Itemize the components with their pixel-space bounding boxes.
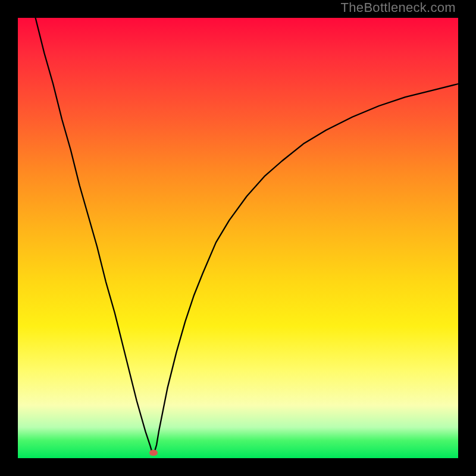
chart-frame: TheBottleneck.com xyxy=(0,0,476,476)
curve-right-branch xyxy=(154,84,458,452)
curve-left-branch xyxy=(36,18,152,452)
minimum-marker xyxy=(149,450,158,456)
curve-layer xyxy=(18,18,458,458)
watermark-text: TheBottleneck.com xyxy=(341,0,456,15)
plot-area xyxy=(18,18,458,458)
